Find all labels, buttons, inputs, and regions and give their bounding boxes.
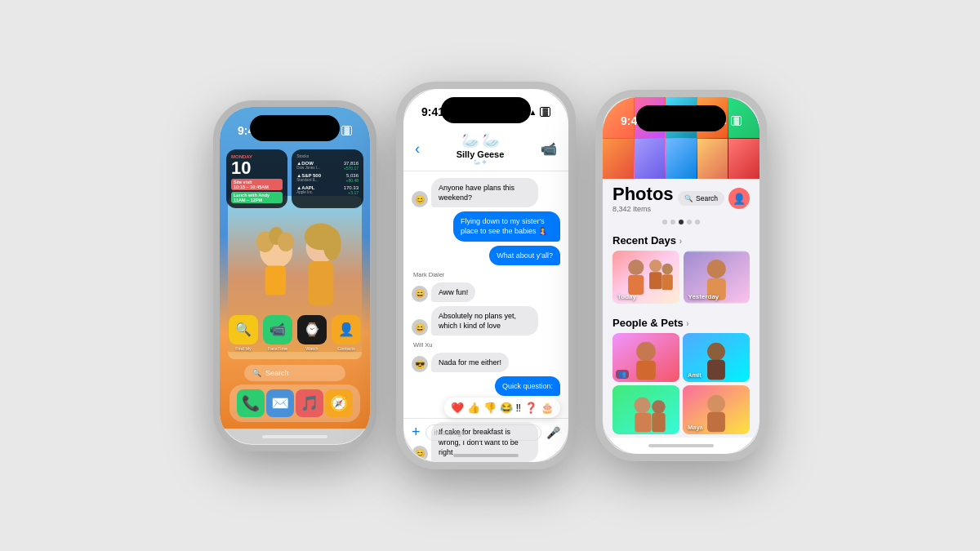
dock-safari-icon[interactable]: 🧭: [325, 389, 353, 417]
svg-point-24: [707, 343, 725, 361]
tapback-thumbsup[interactable]: 👍: [467, 402, 480, 414]
dock-mail-icon[interactable]: ✉️: [266, 389, 294, 417]
sender-willxu: Will Xu: [412, 341, 560, 349]
app-icon-watch[interactable]: ⌚ Watch: [297, 315, 327, 351]
stock-aapl-sub: Apple Inc.: [296, 190, 314, 194]
app-icon-contacts[interactable]: 👤 Contacts: [332, 315, 361, 351]
dot-4: [687, 220, 692, 224]
photos-title-group: Photos 8,342 Items: [612, 184, 674, 213]
tapback-bar[interactable]: ❤️ 👍 👎 😂 ‼️ ❓ 🎂: [444, 398, 561, 418]
battery-icon: ▓: [341, 126, 352, 136]
hero-cell-9: [697, 139, 728, 180]
people-grid: 👥: [612, 333, 750, 434]
photo-yesterday[interactable]: Yesterday: [684, 251, 751, 304]
home-indicator-1: [220, 429, 370, 445]
svg-point-27: [634, 398, 650, 414]
phone-messages: 9:41 ▲ ▓ ‹ 🦢: [396, 82, 576, 469]
message-input[interactable]: iMessage: [425, 424, 541, 441]
back-button[interactable]: ‹: [415, 140, 420, 158]
stock-sp-sub: Standard &...: [296, 178, 321, 182]
attach-button[interactable]: +: [412, 424, 421, 441]
person-photo-3[interactable]: [612, 385, 679, 434]
phone-home-screen: 9:41 ▲ ▓ MONDAY 10: [213, 100, 376, 451]
calendar-event-1[interactable]: Site visit 10:15 – 10:45AM: [231, 179, 283, 190]
msg-bubble-aww: Aww fun!: [431, 282, 475, 302]
msg-row-1: 😊 Anyone have plans this weekend?: [412, 178, 560, 207]
hero-cell-7: [635, 139, 666, 180]
tapback-question[interactable]: ❓: [524, 402, 537, 414]
person-photo-amit[interactable]: Amit: [683, 333, 750, 382]
svg-rect-14: [649, 272, 662, 289]
stock-dow-change: +570.17: [344, 166, 359, 171]
search-label-photos: Search: [696, 194, 718, 202]
dynamic-island-3: [636, 105, 726, 131]
people-pets-title: People & Pets ›: [612, 317, 689, 329]
stock-aapl-name: ▲AAPL: [296, 185, 314, 190]
dot-3: [679, 220, 684, 224]
stock-sp-change: +80.48: [346, 178, 359, 183]
msg-bubble-2: Flying down to my sister's place to see …: [453, 211, 560, 241]
photos-dots: [603, 216, 760, 228]
photos-search-button[interactable]: 🔍 Search: [678, 191, 724, 206]
person-label-maya: Maya: [688, 424, 703, 431]
tapback-thumbsdown[interactable]: 👎: [483, 402, 497, 414]
widget-stocks[interactable]: Stocks ▲DOW Dow Jones I... 37,816 +570.1…: [292, 149, 363, 208]
home-bar-3: [648, 444, 714, 447]
avatar-noplans: 😄: [412, 319, 428, 335]
video-call-button[interactable]: 📹: [541, 141, 557, 157]
stock-aapl-change: +3.17: [344, 190, 359, 195]
home-search-bar[interactable]: 🔍 Search: [244, 365, 345, 381]
stock-sp-name: ▲S&P 500: [296, 173, 321, 178]
dot-5: [695, 220, 700, 224]
photo-yesterday-label: Yesterday: [688, 293, 719, 300]
app-icon-facetime[interactable]: 📹 FaceTime: [263, 315, 292, 351]
mic-button[interactable]: 🎤: [546, 426, 560, 439]
dot-2: [670, 220, 675, 224]
calendar-event-2[interactable]: Lunch with Andy 11AM – 12PM: [231, 192, 283, 203]
findmy-icon: 🔍: [229, 315, 258, 344]
svg-rect-29: [635, 413, 651, 433]
svg-point-11: [628, 260, 644, 275]
tapback-heart[interactable]: ❤️: [451, 402, 464, 414]
user-avatar[interactable]: 👤: [728, 188, 750, 209]
phone-photos: 9:41 ▲ ▓: [595, 90, 767, 461]
person-label-amit: Amit: [688, 371, 702, 379]
app-icon-findmy[interactable]: 🔍 Find My: [229, 315, 258, 351]
tapback-cake[interactable]: 🎂: [541, 402, 554, 414]
home-bar-1: [262, 435, 327, 438]
svg-rect-33: [707, 412, 725, 433]
contact-info[interactable]: 🦢 🦢 Silly Geese 🦢 ✧: [457, 131, 505, 166]
person-photo-maya[interactable]: Maya: [683, 385, 750, 434]
svg-rect-30: [652, 413, 665, 433]
contacts-icon: 👤: [332, 315, 361, 344]
svg-point-21: [636, 342, 656, 362]
stock-aapl: ▲AAPL Apple Inc. 170.33 +3.17: [296, 185, 359, 195]
person-photo-1[interactable]: 👥: [612, 333, 679, 382]
svg-point-28: [652, 400, 665, 413]
imessage-placeholder: iMessage: [434, 429, 466, 437]
findmy-label: Find My: [235, 346, 252, 351]
tapback-haha[interactable]: 😂: [500, 402, 513, 414]
avatar-cake: 😊: [412, 446, 428, 462]
photo-today-label: Today: [617, 293, 636, 300]
msg-row-noplans: 😄 Absolutely no plans yet, which I kind …: [412, 306, 560, 335]
calendar-day-num: 10: [231, 159, 283, 177]
photos-actions: 🔍 Search 👤: [678, 188, 750, 209]
tapback-exclaim[interactable]: ‼️: [516, 402, 522, 414]
dot-1: [662, 220, 667, 224]
event-1-time: 10:15 – 10:45AM: [234, 184, 280, 189]
recent-days-row: Today: [612, 251, 750, 304]
dock-phone-icon[interactable]: 📞: [237, 389, 265, 417]
people-icon-badge: 👥: [616, 370, 629, 379]
photos-content: Recent Days ›: [603, 228, 760, 438]
photos-title: Photos: [612, 184, 674, 205]
contact-subtitle: 🦢 ✧: [457, 159, 505, 166]
stock-sp: ▲S&P 500 Standard &... 5,036 +80.48: [296, 173, 359, 183]
msg-row-nada: 😎 Nada for me either!: [412, 353, 560, 372]
dock-music-icon[interactable]: 🎵: [296, 389, 323, 417]
svg-point-18: [706, 260, 725, 278]
facetime-icon: 📹: [263, 315, 292, 344]
photo-today[interactable]: Today: [612, 251, 679, 304]
svg-rect-25: [707, 360, 725, 380]
widget-calendar[interactable]: MONDAY 10 Site visit 10:15 – 10:45AM Lun…: [226, 149, 287, 208]
